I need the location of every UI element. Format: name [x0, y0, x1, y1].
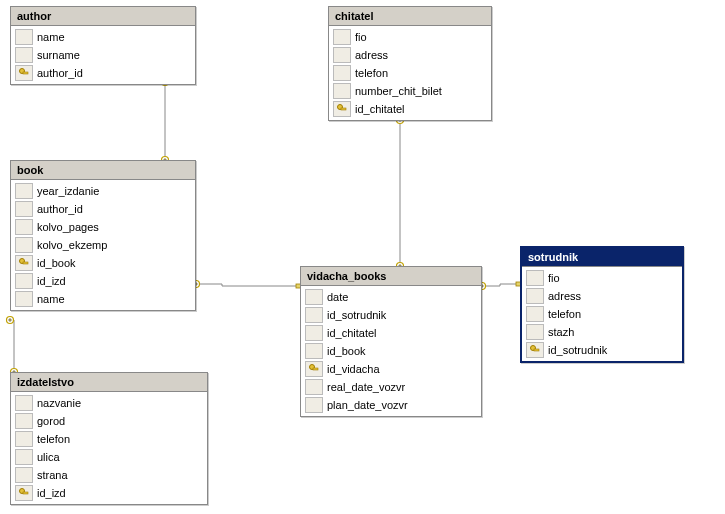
column-row[interactable]: gorod [11, 412, 207, 430]
entity-body: date id_sotrudnik id_chitatel id_book id… [301, 286, 481, 416]
entity-title: author [11, 7, 195, 26]
column-icon [15, 273, 33, 289]
column-row[interactable]: id_vidacha [301, 360, 481, 378]
entity-vidacha-books[interactable]: vidacha_books date id_sotrudnik id_chita… [300, 266, 482, 417]
column-name: adress [548, 290, 581, 302]
entity-body: year_izdanie author_id kolvo_pages kolvo… [11, 180, 195, 310]
column-row[interactable]: id_sotrudnik [522, 341, 682, 359]
column-icon [305, 325, 323, 341]
column-name: telefon [548, 308, 581, 320]
column-row[interactable]: author_id [11, 200, 195, 218]
column-icon [333, 83, 351, 99]
column-name: kolvo_ekzemp [37, 239, 107, 251]
column-icon [526, 270, 544, 286]
column-name: kolvo_pages [37, 221, 99, 233]
column-name: id_sotrudnik [327, 309, 386, 321]
column-row[interactable]: adress [329, 46, 491, 64]
column-name: plan_date_vozvr [327, 399, 408, 411]
diagram-canvas: author name surname author_id chitatel f… [0, 0, 725, 514]
column-row[interactable]: name [11, 28, 195, 46]
column-row[interactable]: ulica [11, 448, 207, 466]
column-row[interactable]: kolvo_ekzemp [11, 236, 195, 254]
column-row[interactable]: telefon [11, 430, 207, 448]
column-row[interactable]: id_sotrudnik [301, 306, 481, 324]
column-row[interactable]: id_book [301, 342, 481, 360]
column-name: surname [37, 49, 80, 61]
column-row[interactable]: name [11, 290, 195, 308]
svg-rect-8 [23, 262, 28, 264]
entity-chitatel[interactable]: chitatel fio adress telefon number_chit_… [328, 6, 492, 121]
key-icon [305, 361, 323, 377]
column-icon [15, 449, 33, 465]
column-name: id_izd [37, 275, 66, 287]
column-row[interactable]: id_izd [11, 484, 207, 502]
column-row[interactable]: telefon [522, 305, 682, 323]
column-row[interactable]: fio [522, 269, 682, 287]
column-row[interactable]: telefon [329, 64, 491, 82]
column-row[interactable]: date [301, 288, 481, 306]
column-row[interactable]: year_izdanie [11, 182, 195, 200]
column-name: name [37, 293, 65, 305]
column-icon [15, 29, 33, 45]
column-name: number_chit_bilet [355, 85, 442, 97]
column-row[interactable]: id_chitatel [301, 324, 481, 342]
column-name: nazvanie [37, 397, 81, 409]
column-row[interactable]: surname [11, 46, 195, 64]
column-name: name [37, 31, 65, 43]
column-name: author_id [37, 67, 83, 79]
entity-izdatelstvo[interactable]: izdatelstvo nazvanie gorod telefon ulica… [10, 372, 208, 505]
column-icon [305, 397, 323, 413]
column-icon [15, 291, 33, 307]
column-icon [305, 289, 323, 305]
column-name: id_vidacha [327, 363, 380, 375]
column-row[interactable]: nazvanie [11, 394, 207, 412]
column-row[interactable]: real_date_vozvr [301, 378, 481, 396]
column-name: adress [355, 49, 388, 61]
column-row[interactable]: plan_date_vozvr [301, 396, 481, 414]
column-name: ulica [37, 451, 60, 463]
column-row[interactable]: strana [11, 466, 207, 484]
key-icon [15, 255, 33, 271]
svg-rect-12 [313, 368, 318, 370]
column-row[interactable]: number_chit_bilet [329, 82, 491, 100]
column-name: id_book [327, 345, 366, 357]
column-row[interactable]: id_chitatel [329, 100, 491, 118]
column-icon [333, 29, 351, 45]
column-icon [15, 47, 33, 63]
entity-book[interactable]: book year_izdanie author_id kolvo_pages … [10, 160, 196, 311]
column-name: author_id [37, 203, 83, 215]
column-name: id_chitatel [355, 103, 405, 115]
column-row[interactable]: kolvo_pages [11, 218, 195, 236]
svg-rect-10 [534, 349, 539, 351]
column-row[interactable]: id_izd [11, 272, 195, 290]
entity-body: nazvanie gorod telefon ulica strana id_i… [11, 392, 207, 504]
column-name: date [327, 291, 348, 303]
column-icon [15, 183, 33, 199]
column-row[interactable]: author_id [11, 64, 195, 82]
column-row[interactable]: stazh [522, 323, 682, 341]
entity-sotrudnik[interactable]: sotrudnik fio adress telefon stazh id_so… [520, 246, 684, 363]
entity-title: chitatel [329, 7, 491, 26]
column-icon [15, 431, 33, 447]
column-icon [305, 379, 323, 395]
column-name: telefon [355, 67, 388, 79]
entity-title: izdatelstvo [11, 373, 207, 392]
entity-title: sotrudnik [522, 248, 682, 267]
column-icon [15, 467, 33, 483]
column-name: stazh [548, 326, 574, 338]
entity-body: name surname author_id [11, 26, 195, 84]
column-row[interactable]: id_book [11, 254, 195, 272]
column-name: real_date_vozvr [327, 381, 405, 393]
key-icon [526, 342, 544, 358]
entity-body: fio adress telefon stazh id_sotrudnik [522, 267, 682, 361]
column-icon [15, 413, 33, 429]
entity-body: fio adress telefon number_chit_bilet id_… [329, 26, 491, 120]
column-icon [333, 47, 351, 63]
column-name: telefon [37, 433, 70, 445]
column-row[interactable]: fio [329, 28, 491, 46]
column-row[interactable]: adress [522, 287, 682, 305]
column-name: id_sotrudnik [548, 344, 607, 356]
column-name: id_chitatel [327, 327, 377, 339]
column-name: strana [37, 469, 68, 481]
entity-author[interactable]: author name surname author_id [10, 6, 196, 85]
